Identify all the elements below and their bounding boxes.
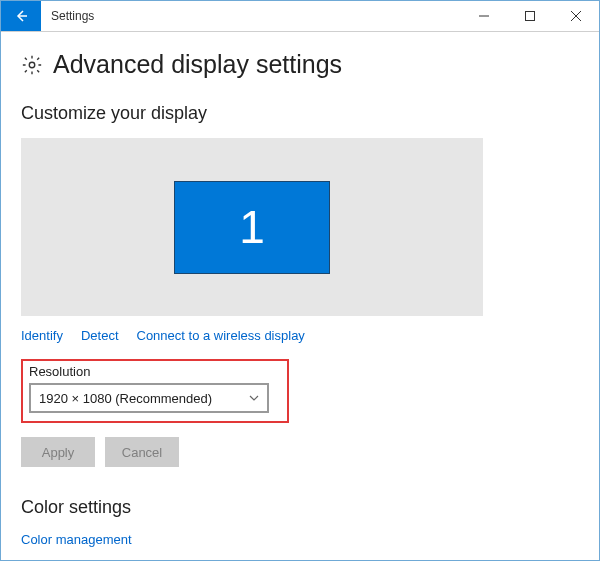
display-action-links: Identify Detect Connect to a wireless di… bbox=[21, 328, 579, 343]
content-area: Advanced display settings Customize your… bbox=[1, 32, 599, 561]
chevron-down-icon bbox=[249, 393, 259, 403]
identify-link[interactable]: Identify bbox=[21, 328, 63, 343]
window-controls bbox=[461, 1, 599, 31]
maximize-button[interactable] bbox=[507, 1, 553, 32]
close-icon bbox=[571, 11, 581, 21]
gear-icon bbox=[21, 54, 43, 76]
maximize-icon bbox=[525, 11, 535, 21]
customize-heading: Customize your display bbox=[21, 103, 579, 124]
page-header: Advanced display settings bbox=[21, 32, 579, 103]
resolution-highlight: Resolution 1920 × 1080 (Recommended) bbox=[21, 359, 289, 423]
svg-rect-1 bbox=[526, 12, 535, 21]
monitor-thumbnail[interactable]: 1 bbox=[174, 181, 330, 274]
cancel-button: Cancel bbox=[105, 437, 179, 467]
resolution-label: Resolution bbox=[29, 364, 281, 379]
resolution-selected-value: 1920 × 1080 (Recommended) bbox=[39, 391, 212, 406]
back-button[interactable] bbox=[1, 1, 41, 31]
arrow-left-icon bbox=[13, 8, 29, 24]
close-button[interactable] bbox=[553, 1, 599, 32]
minimize-icon bbox=[479, 11, 489, 21]
apply-cancel-row: Apply Cancel bbox=[21, 437, 579, 467]
resolution-dropdown[interactable]: 1920 × 1080 (Recommended) bbox=[29, 383, 269, 413]
display-preview-area: 1 bbox=[21, 138, 483, 316]
minimize-button[interactable] bbox=[461, 1, 507, 32]
detect-link[interactable]: Detect bbox=[81, 328, 119, 343]
color-settings-heading: Color settings bbox=[21, 497, 579, 518]
connect-wireless-link[interactable]: Connect to a wireless display bbox=[137, 328, 305, 343]
app-title: Settings bbox=[41, 1, 461, 31]
color-management-link[interactable]: Color management bbox=[21, 532, 579, 547]
monitor-number: 1 bbox=[239, 200, 265, 254]
titlebar: Settings bbox=[1, 1, 599, 32]
svg-point-4 bbox=[29, 62, 35, 68]
page-title: Advanced display settings bbox=[53, 50, 342, 79]
apply-button: Apply bbox=[21, 437, 95, 467]
